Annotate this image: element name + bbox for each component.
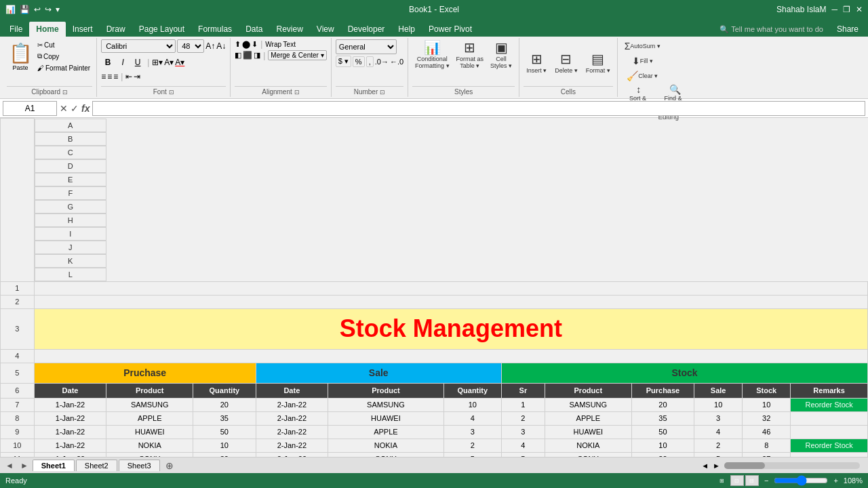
cell-2[interactable] <box>34 295 867 308</box>
col-header-F[interactable]: F <box>35 186 106 200</box>
cell[interactable]: 1 <box>501 398 545 411</box>
cell[interactable]: 50 <box>193 425 256 439</box>
cell[interactable]: 50 <box>631 425 694 439</box>
cell[interactable]: SONY <box>328 452 444 457</box>
page-layout-view-button[interactable]: ⊡ <box>730 475 744 486</box>
cell[interactable]: 2-Jan-22 <box>256 452 328 457</box>
font-name-select[interactable]: Calibri <box>101 39 176 53</box>
cell[interactable]: NOKIA <box>106 439 193 452</box>
sale-header[interactable]: Sale <box>256 363 501 383</box>
cell[interactable]: 3 <box>501 425 545 439</box>
align-right-button[interactable]: ≡ <box>113 72 118 81</box>
col-header-I[interactable]: I <box>35 227 106 241</box>
tab-power-pivot[interactable]: Power Pivot <box>422 22 479 37</box>
cell[interactable]: 5 <box>694 452 743 457</box>
cell[interactable]: SONY <box>106 452 193 457</box>
cell[interactable] <box>791 411 868 425</box>
cell[interactable]: 3 <box>443 425 501 439</box>
cell[interactable]: 32 <box>631 452 694 457</box>
cell[interactable]: NOKIA <box>545 439 631 452</box>
cell-4[interactable] <box>34 349 867 363</box>
col-header-L[interactable]: L <box>35 268 106 281</box>
cell[interactable]: SAMSUNG <box>328 398 444 411</box>
col-header-C[interactable]: C <box>35 146 106 159</box>
tab-file[interactable]: File <box>3 22 29 37</box>
increase-decimal-button[interactable]: .0→ <box>375 58 389 66</box>
fill-color-button[interactable]: A▾ <box>164 58 174 67</box>
quick-access-undo[interactable]: ↩ <box>34 5 41 14</box>
copy-button[interactable]: ⧉ Copy <box>35 51 92 62</box>
horizontal-scrollbar[interactable] <box>724 462 860 469</box>
font-size-select[interactable]: 48 <box>177 39 204 53</box>
cell[interactable]: 2-Jan-22 <box>256 425 328 439</box>
cell[interactable]: 10 <box>631 439 694 452</box>
font-color-button[interactable]: A▾ <box>175 58 184 67</box>
col-header-B[interactable]: B <box>35 132 106 146</box>
add-sheet-button[interactable]: ⊕ <box>161 459 178 472</box>
col-header-D[interactable]: D <box>35 159 106 173</box>
align-left-button[interactable]: ≡ <box>101 72 106 81</box>
confirm-icon[interactable]: ✓ <box>71 103 79 114</box>
tell-me-box[interactable]: 🔍 Tell me what you want to do <box>713 22 830 37</box>
sheet-tab-3[interactable]: Sheet3 <box>119 460 160 471</box>
name-box[interactable] <box>3 101 57 116</box>
italic-button[interactable]: I <box>116 56 130 69</box>
cell[interactable]: NOKIA <box>328 439 444 452</box>
cell[interactable]: 1-Jan-22 <box>34 398 106 411</box>
cell[interactable]: 4 <box>501 439 545 452</box>
normal-view-button[interactable]: ⊞ <box>715 475 729 486</box>
quick-access-redo[interactable]: ↪ <box>45 5 52 14</box>
page-break-view-button[interactable]: ⊟ <box>745 475 759 486</box>
col-header-K[interactable]: K <box>35 254 106 268</box>
percent-button[interactable]: % <box>353 56 365 67</box>
col-header-G[interactable]: G <box>35 200 106 214</box>
valign-mid-button[interactable]: ⬤ <box>242 40 250 49</box>
tab-developer[interactable]: Developer <box>341 22 392 37</box>
formula-input[interactable]: Stock Management <box>92 101 865 116</box>
quick-access-more[interactable]: ▾ <box>56 5 60 14</box>
cell[interactable]: 1-Jan-22 <box>34 425 106 439</box>
border-button[interactable]: ⊞▾ <box>152 58 163 67</box>
scroll-left-button[interactable]: ◄ <box>701 462 709 470</box>
format-painter-button[interactable]: 🖌 Format Painter <box>35 62 92 73</box>
reorder-cell[interactable]: Reorder Stock <box>791 398 868 411</box>
prev-sheet-button[interactable]: ◄ <box>3 461 16 470</box>
format-as-table-button[interactable]: ⊞ Format asTable ▾ <box>454 39 487 70</box>
increase-font-icon[interactable]: A↑ <box>205 41 215 51</box>
title-cell[interactable]: Stock Management <box>34 308 867 349</box>
cell[interactable]: 10 <box>694 398 743 411</box>
cell[interactable]: SONY <box>545 452 631 457</box>
align-center-button2[interactable]: ⬛ <box>243 51 252 60</box>
indent-decrease-button[interactable]: ⇤ <box>125 72 132 81</box>
paste-button[interactable]: 📋 Paste <box>7 39 34 73</box>
comma-button[interactable]: , <box>366 56 374 67</box>
cell[interactable]: 2-Jan-22 <box>256 439 328 452</box>
decrease-font-icon[interactable]: A↓ <box>216 41 226 51</box>
cell[interactable]: 46 <box>743 425 791 439</box>
sheet-tab-1[interactable]: Sheet1 <box>33 460 75 471</box>
quick-access-save[interactable]: 💾 <box>20 5 30 14</box>
col-header-A[interactable]: A <box>35 119 106 132</box>
cell[interactable] <box>791 425 868 439</box>
col-header-E[interactable]: E <box>35 173 106 186</box>
formula-icon[interactable]: fx <box>81 103 90 114</box>
cell[interactable]: HUAWEI <box>545 425 631 439</box>
cell[interactable]: 1-Jan-22 <box>34 439 106 452</box>
decrease-decimal-button[interactable]: ←.0 <box>390 58 403 66</box>
restore-button[interactable]: ❐ <box>843 5 850 14</box>
share-button[interactable]: Share <box>830 22 865 37</box>
cell[interactable]: 2 <box>443 439 501 452</box>
cell-1[interactable] <box>34 281 867 295</box>
col-header-H[interactable]: H <box>35 214 106 227</box>
cell[interactable]: SAMSUNG <box>545 398 631 411</box>
purchase-header[interactable]: Pruchase <box>34 363 256 383</box>
cell[interactable]: HUAWEI <box>106 425 193 439</box>
minimize-button[interactable]: ─ <box>831 5 837 14</box>
zoom-decrease-button[interactable]: − <box>764 476 768 485</box>
cell[interactable]: 5 <box>443 452 501 457</box>
insert-button[interactable]: ⊞ Insert ▾ <box>524 51 549 75</box>
cell[interactable]: 2 <box>694 439 743 452</box>
cell[interactable]: 20 <box>193 398 256 411</box>
cell[interactable]: 4 <box>694 425 743 439</box>
cell[interactable]: 1-Jan-22 <box>34 452 106 457</box>
